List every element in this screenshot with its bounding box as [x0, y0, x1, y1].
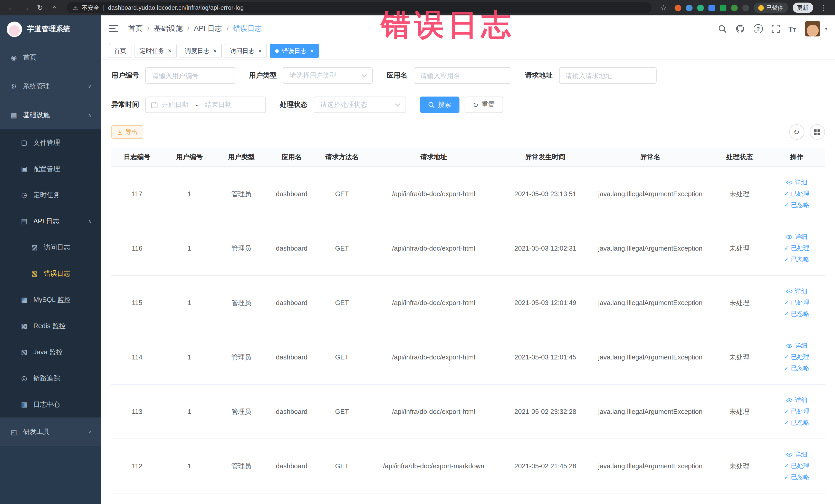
chrome-menu-icon[interactable]: ⋮: [817, 0, 830, 15]
avatar[interactable]: [805, 21, 820, 37]
request-url-input[interactable]: [559, 67, 656, 84]
detail-button[interactable]: 详细: [786, 450, 807, 459]
sidebar-item-api-logs[interactable]: ▤ API 日志 ∧: [0, 208, 101, 234]
refresh-icon: ↻: [473, 101, 478, 108]
sidebar-item-dev-tools[interactable]: ◰ 研发工具 ∨: [0, 418, 101, 446]
ignored-button[interactable]: ✓ 已忽略: [784, 364, 809, 373]
user-type-cell: 管理员: [216, 276, 266, 330]
detail-button[interactable]: 详细: [786, 287, 807, 296]
exception-name-cell: java.lang.IllegalArgumentException: [591, 221, 710, 276]
col-status: 处理状态: [710, 148, 769, 167]
bookmark-star-icon[interactable]: ☆: [657, 0, 670, 15]
ignored-button[interactable]: ✓ 已忽略: [784, 255, 809, 264]
breadcrumb-infrastructure[interactable]: 基础设施: [154, 24, 183, 33]
back-icon[interactable]: ←: [5, 0, 18, 15]
export-button[interactable]: 导出: [111, 125, 143, 139]
processed-button[interactable]: ✓ 已处理: [784, 298, 809, 307]
app-name-input[interactable]: [413, 67, 511, 84]
refresh-button[interactable]: ↻: [789, 124, 804, 140]
sidebar-item-error-log[interactable]: ▧ 错误日志: [0, 260, 101, 286]
paused-badge[interactable]: 已暂停: [753, 3, 788, 13]
column-settings-button[interactable]: [809, 124, 825, 140]
search-icon[interactable]: [718, 24, 727, 33]
tab-error-log[interactable]: 错误日志 ×: [270, 44, 319, 58]
tab-schedule-log[interactable]: 调度日志 ×: [180, 44, 222, 58]
sidebar-item-trace[interactable]: ◎ 链路追踪: [0, 365, 101, 391]
col-user-type: 用户类型: [216, 148, 266, 167]
user-type-select[interactable]: 请选择用户类型: [283, 67, 373, 84]
extension-icon[interactable]: [674, 4, 681, 11]
help-icon[interactable]: ?: [753, 24, 762, 33]
logo[interactable]: 芋道管理系统: [0, 15, 101, 43]
sidebar-item-infrastructure[interactable]: ▤ 基础设施 ∧: [0, 101, 101, 129]
reset-button[interactable]: ↻ 重置: [465, 97, 503, 113]
detail-button[interactable]: 详细: [786, 396, 807, 405]
app-name-cell: dashboard: [266, 167, 317, 221]
sidebar-item-java-monitor[interactable]: ▧ Java 监控: [0, 339, 101, 365]
date-range-picker[interactable]: 开始日期 - 结束日期: [145, 97, 266, 113]
fullscreen-icon[interactable]: [771, 25, 779, 33]
app-frame: 芋道管理系统 ◉ 首页 ⚙ 系统管理 ∨ ▤ 基础设施 ∧ ▢ 文件管理: [0, 15, 835, 504]
extension-icon[interactable]: [719, 4, 726, 11]
reload-icon[interactable]: ↻: [34, 0, 46, 15]
processed-button[interactable]: ✓ 已处理: [784, 407, 809, 416]
font-size-icon[interactable]: TT: [788, 25, 796, 33]
extension-icon[interactable]: [708, 4, 715, 11]
home-icon[interactable]: ⌂: [48, 0, 61, 15]
sidebar-item-system-management[interactable]: ⚙ 系统管理 ∨: [0, 72, 101, 101]
search-button[interactable]: 搜索: [420, 97, 460, 113]
table-row: 114 1 管理员 dashboard GET /api/infra/db-do…: [111, 330, 825, 384]
process-status-select[interactable]: 请选择处理状态: [314, 97, 406, 113]
github-icon[interactable]: [735, 24, 745, 33]
extension-icon[interactable]: [686, 4, 692, 11]
app-name-field: 应用名: [387, 67, 511, 84]
detail-button[interactable]: 详细: [786, 233, 807, 241]
close-icon[interactable]: ×: [258, 48, 262, 54]
check-icon: ✓: [784, 202, 789, 208]
sidebar-item-scheduled-jobs[interactable]: ◷ 定时任务: [0, 182, 101, 208]
date-start: 开始日期: [162, 100, 188, 109]
chevron-down-icon: ∨: [88, 84, 91, 89]
processed-button[interactable]: ✓ 已处理: [784, 462, 809, 470]
user-type-cell: 管理员: [216, 439, 266, 493]
tab-access-log[interactable]: 访问日志 ×: [225, 44, 267, 58]
extension-icon[interactable]: [731, 4, 737, 11]
extension-icon[interactable]: [742, 4, 749, 11]
ignored-button[interactable]: ✓ 已忽略: [784, 310, 809, 318]
ignored-button[interactable]: ✓ 已忽略: [784, 419, 809, 427]
sidebar-item-home[interactable]: ◉ 首页: [0, 43, 101, 72]
check-icon: ✓: [784, 311, 789, 317]
sidebar-item-access-log[interactable]: ▨ 访问日志: [0, 234, 101, 260]
tag-tabs: 首页 定时任务 × 调度日志 × 访问日志 × 错误日志 ×: [101, 42, 835, 60]
user-id-input[interactable]: [145, 67, 235, 84]
sidebar-item-file-management[interactable]: ▢ 文件管理: [0, 129, 101, 156]
app-name-cell: dashboard: [266, 439, 317, 493]
tab-home[interactable]: 首页: [109, 44, 131, 58]
close-icon[interactable]: ×: [213, 48, 217, 54]
ignored-button[interactable]: ✓ 已忽略: [784, 473, 809, 482]
extension-icon[interactable]: [697, 4, 704, 11]
close-icon[interactable]: ×: [168, 48, 171, 54]
ignored-button[interactable]: ✓ 已忽略: [784, 201, 809, 209]
breadcrumb-error-log: 错误日志: [233, 24, 262, 33]
sidebar-item-log-center[interactable]: ▥ 日志中心: [0, 391, 101, 418]
breadcrumb-api-logs[interactable]: API 日志: [194, 24, 222, 33]
breadcrumb-home[interactable]: 首页: [128, 24, 143, 33]
app-name-cell: dashboard: [266, 276, 317, 330]
processed-button[interactable]: ✓ 已处理: [784, 244, 809, 253]
sidebar-item-redis-monitor[interactable]: ▩ Redis 监控: [0, 313, 101, 339]
tab-scheduled-jobs[interactable]: 定时任务 ×: [135, 44, 177, 58]
sidebar-item-mysql-monitor[interactable]: ▦ MySQL 监控: [0, 286, 101, 313]
sidebar-item-config-management[interactable]: ▣ 配置管理: [0, 156, 101, 182]
close-icon[interactable]: ×: [310, 48, 314, 54]
detail-button[interactable]: 详细: [786, 178, 807, 187]
chevron-down-icon[interactable]: ▾: [825, 26, 827, 31]
address-bar[interactable]: ⚠ 不安全 | dashboard.yudao.iocoder.cn/infra…: [67, 2, 651, 13]
processed-button[interactable]: ✓ 已处理: [784, 353, 809, 362]
update-button[interactable]: 更新: [792, 3, 813, 13]
exception-time-cell: 2021-05-02 23:32:28: [500, 384, 590, 439]
forward-icon[interactable]: →: [20, 0, 32, 15]
detail-button[interactable]: 详细: [786, 341, 807, 350]
processed-button[interactable]: ✓ 已处理: [784, 189, 809, 198]
hamburger-icon[interactable]: [109, 24, 119, 34]
